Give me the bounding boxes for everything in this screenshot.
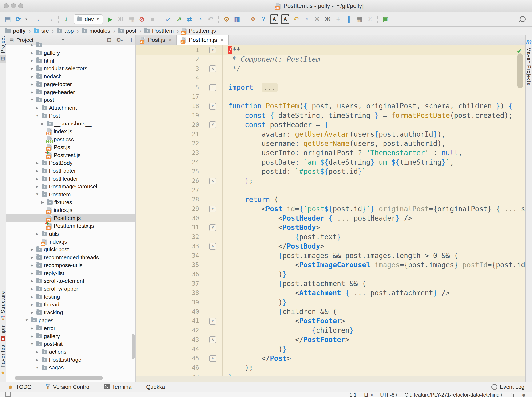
editor-horizontal-scrollbar[interactable]	[136, 376, 526, 382]
project-toolwindow-button[interactable]: Project ▤	[0, 36, 6, 62]
git-branch-selector[interactable]: Git: feature/PLY-271-refactor-data-fetch…	[405, 392, 502, 397]
tree-item-postitem-testx-js[interactable]: JSPostItem.testx.js	[6, 222, 135, 230]
tree-collapsed-arrow-icon[interactable]: ▶	[29, 247, 35, 252]
font-increase-icon[interactable]: A▴	[281, 14, 289, 24]
tab-postitem-js[interactable]: JSPostItem.js×	[177, 35, 229, 45]
tree-item-postlistpage[interactable]: ▶PostListPage	[6, 356, 135, 364]
tree-collapsed-arrow-icon[interactable]: ▶	[29, 326, 35, 330]
tree-item-thread[interactable]: ▶thread	[6, 301, 135, 309]
tree-item-postheader[interactable]: ▶PostHeader	[6, 175, 135, 183]
tree-item-gallery[interactable]: ▶gallery	[6, 49, 135, 57]
bottom-bar-version-control[interactable]: Version Control	[45, 384, 91, 391]
tree-item-utils[interactable]: ▶utils	[6, 230, 135, 238]
compare-lines-icon[interactable]: ↓	[62, 14, 71, 24]
search-everywhere-icon[interactable]	[520, 16, 526, 22]
toolbar-more-caret-icon[interactable]: ▾	[24, 14, 29, 24]
tree-collapsed-arrow-icon[interactable]: ▶	[29, 310, 35, 315]
tree-item-tracking[interactable]: ▶tracking	[6, 309, 135, 316]
unlocked-icon[interactable]	[510, 394, 514, 397]
settings-wrench-icon[interactable]: ⚙	[222, 14, 231, 24]
breadcrumb-item-postitem-js[interactable]: JSPostItem.js	[182, 28, 216, 34]
fold-marker-icon[interactable]: ∨	[203, 101, 222, 111]
table-view-icon[interactable]: ▦	[354, 14, 364, 24]
tree-item-postfooter[interactable]: ▶PostFooter	[6, 167, 135, 175]
tree-item-scroll-to-element[interactable]: ▶scroll-to-element	[6, 277, 135, 285]
tree-item-html[interactable]: ▶html	[6, 57, 135, 65]
tree-item-index-js[interactable]: JSindex.js	[6, 206, 135, 214]
structure-toolwindow-button[interactable]: Structure	[0, 291, 6, 320]
fold-marker-icon[interactable]: ∨	[203, 120, 222, 130]
tree-item-sagas[interactable]: ▼sagas	[6, 364, 135, 372]
font-decrease-icon[interactable]: A▾	[270, 14, 278, 24]
tree-item-postbody[interactable]: ▶PostBody	[6, 159, 135, 167]
tree-collapsed-arrow-icon[interactable]: ▶	[29, 59, 35, 63]
fold-marker-icon[interactable]: ∧	[203, 335, 222, 344]
fold-marker-icon[interactable]: ∧	[203, 354, 222, 363]
tree-collapsed-arrow-icon[interactable]: ▶	[29, 271, 35, 276]
tree-item-quick-post[interactable]: ▶quick-post	[6, 246, 135, 254]
code-editor[interactable]: 1∨/**2 * Component: PostItem3∧ */45+impo…	[136, 45, 526, 376]
tree-collapsed-arrow-icon[interactable]: ▶	[35, 161, 40, 165]
tree-item-post-list[interactable]: ▼post-list	[6, 340, 135, 348]
fold-marker-icon[interactable]: ∧	[203, 176, 222, 186]
project-structure-icon[interactable]: ▥	[232, 14, 242, 24]
toolwindow-toggle-icon[interactable]	[6, 392, 11, 397]
tree-collapsed-arrow-icon[interactable]: ▶	[35, 232, 40, 236]
save-icon[interactable]: ▤	[3, 14, 13, 24]
bottom-bar-quokka[interactable]: Quokka	[146, 384, 165, 390]
favorites-toolwindow-button[interactable]: Favorites ★	[0, 345, 6, 376]
tree-item-nodash[interactable]: ▶nodash	[6, 73, 135, 81]
tree-item-recommended-threads[interactable]: ▶recommended-threads	[6, 254, 135, 261]
line-ending-selector[interactable]: LF▴▾	[364, 392, 373, 397]
memory-chip-icon[interactable]: ▣	[381, 14, 390, 24]
maven-toolwindow-button[interactable]: m Maven Projects	[526, 35, 532, 85]
fold-marker-icon[interactable]: ∧	[203, 242, 222, 251]
tree-item-post[interactable]: ▼post	[6, 96, 135, 104]
tree-collapsed-arrow-icon[interactable]: ▶	[29, 263, 35, 267]
tree-collapsed-arrow-icon[interactable]: ▶	[29, 90, 35, 94]
tree-collapsed-arrow-icon[interactable]: ▶	[29, 66, 35, 71]
tree-item-reply-list[interactable]: ▶reply-list	[6, 269, 135, 277]
tree-item-error[interactable]: ▶error	[6, 324, 135, 332]
generate-icon[interactable]: ❋	[312, 14, 322, 24]
tree-collapsed-arrow-icon[interactable]: ▶	[29, 43, 35, 47]
tree-collapsed-arrow-icon[interactable]: ▶	[29, 303, 35, 307]
tree-item-recompose-utils[interactable]: ▶recompose-utils	[6, 261, 135, 269]
tree-item-postimagecarousel[interactable]: ▶PostImageCarousel	[6, 183, 135, 191]
fold-marker-icon[interactable]: ∨	[203, 223, 222, 232]
tree-vertical-scrollbar[interactable]	[132, 334, 135, 359]
tree-collapsed-arrow-icon[interactable]: ▶	[29, 279, 35, 283]
tree-expanded-arrow-icon[interactable]: ▼	[29, 342, 35, 346]
tree-item-page-footer[interactable]: ▶page-footer	[6, 81, 135, 88]
sync-icon[interactable]: ⟳	[13, 14, 23, 24]
favorite-dim-icon[interactable]: ✳	[365, 14, 375, 24]
tree-collapsed-arrow-icon[interactable]: ▶	[35, 358, 40, 362]
tree-item-index-js[interactable]: JSindex.js	[6, 238, 135, 246]
tree-item-post-css[interactable]: CSSpost.css	[6, 136, 135, 143]
split-columns-icon[interactable]: ∥	[344, 14, 353, 24]
restore-layout-icon[interactable]: ↶	[291, 14, 301, 24]
tree-collapsed-arrow-icon[interactable]: ▶	[29, 255, 35, 260]
inspections-hector-icon[interactable]: ☻	[521, 392, 526, 397]
vcs-rollback-icon[interactable]: ↶	[206, 14, 215, 24]
vcs-compare-icon[interactable]: ⇄	[184, 14, 194, 24]
tree-collapsed-arrow-icon[interactable]: ▶	[35, 184, 40, 189]
breadcrumb-item-postitem[interactable]: PostItem	[144, 28, 174, 34]
close-window-button[interactable]	[4, 3, 9, 8]
tree-item-post-test-js[interactable]: JSPost.test.js	[6, 151, 135, 159]
tree-item-testing[interactable]: ▶testing	[6, 293, 135, 301]
editor-vertical-scrollbar[interactable]	[518, 53, 523, 88]
close-tab-icon[interactable]: ×	[220, 37, 224, 43]
debug-icon[interactable]: Ж	[116, 14, 125, 24]
bug-tools-icon[interactable]: Ж	[323, 14, 332, 24]
tree-collapsed-arrow-icon[interactable]: ▶	[35, 169, 40, 173]
tree-horizontal-scrollbar[interactable]	[14, 376, 103, 379]
touchbar-hand-icon[interactable]: ❖	[248, 14, 258, 24]
add-icon[interactable]: +	[333, 14, 343, 24]
tree-item-pages[interactable]: ▼pages	[6, 316, 135, 324]
tree-item-index-js[interactable]: JSindex.js	[6, 128, 135, 135]
fold-marker-icon[interactable]: ∨	[203, 45, 222, 55]
vcs-update-icon[interactable]: ↙	[163, 14, 173, 24]
zoom-window-button[interactable]	[18, 3, 23, 8]
tree-item-modular-selectors[interactable]: ▶modular-selectors	[6, 65, 135, 72]
